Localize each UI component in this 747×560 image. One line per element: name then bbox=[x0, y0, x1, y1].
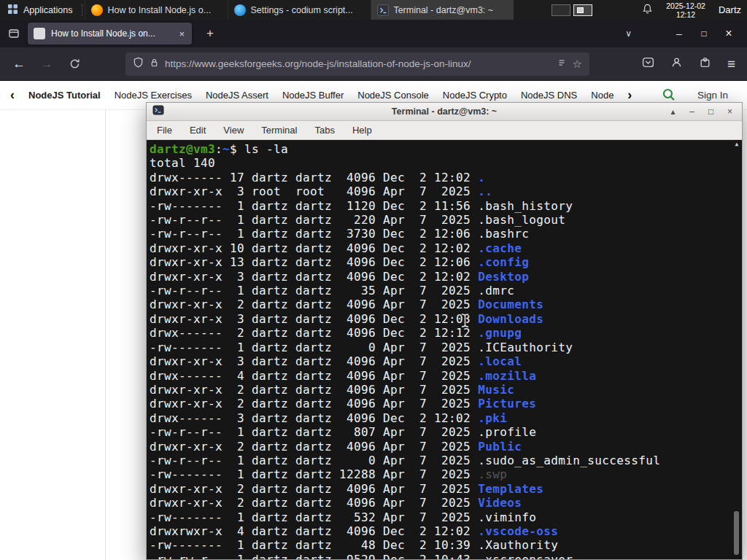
search-icon[interactable] bbox=[662, 88, 676, 104]
taskbar-label: How to Install Node.js o... bbox=[107, 5, 222, 15]
file-name: .local bbox=[478, 354, 522, 368]
terminal-line: drwx------ 3 dartz dartz 4096 Dec 2 12:0… bbox=[150, 411, 730, 425]
maximize-button[interactable]: □ bbox=[705, 104, 717, 120]
terminal-line: drwx------ 17 dartz dartz 4096 Dec 2 12:… bbox=[150, 171, 730, 184]
file-name: .. bbox=[478, 184, 492, 198]
list-all-tabs-button[interactable]: ∨ bbox=[625, 28, 632, 39]
terminal-line: -rw-r--r-- 1 dartz dartz 220 Apr 7 2025 … bbox=[150, 213, 730, 227]
terminal-window-title: Terminal - dartz@vm3: ~ bbox=[392, 106, 497, 117]
file-attributes: drwx------ 2 dartz dartz 4096 Dec 2 12:1… bbox=[150, 326, 478, 340]
window-controls: ∨ – □ × bbox=[625, 27, 741, 40]
file-name: . bbox=[478, 171, 485, 184]
tab-close-button[interactable]: × bbox=[177, 28, 186, 39]
file-attributes: drwxr-xr-x 2 dartz dartz 4096 Apr 7 2025 bbox=[150, 440, 478, 454]
site-nav-item[interactable]: NodeJS Console bbox=[357, 90, 429, 101]
window-maximize-button[interactable]: □ bbox=[692, 28, 716, 39]
terminal-icon bbox=[377, 4, 389, 16]
sign-in-button[interactable]: Sign In bbox=[697, 90, 728, 101]
account-icon[interactable] bbox=[670, 56, 683, 71]
menu-terminal[interactable]: Terminal bbox=[261, 125, 297, 136]
file-name: .vscode-oss bbox=[478, 524, 558, 538]
menu-button[interactable]: ≡ bbox=[727, 56, 735, 72]
reload-button[interactable] bbox=[64, 54, 85, 74]
back-button[interactable]: ← bbox=[9, 54, 29, 74]
site-nav-item[interactable]: Node bbox=[591, 90, 614, 101]
file-name: .bash_history bbox=[478, 199, 573, 213]
terminal-line: drwxr-xr-x 13 dartz dartz 4096 Dec 2 12:… bbox=[150, 255, 730, 269]
forward-button[interactable]: → bbox=[36, 54, 57, 74]
workspace-2[interactable] bbox=[573, 4, 592, 16]
terminal-line: -rw------- 1 dartz dartz 0 Apr 7 2025 .I… bbox=[150, 341, 730, 354]
tracking-protection-shield-icon[interactable] bbox=[133, 57, 144, 71]
taskbar-button-firefox[interactable]: How to Install Node.js o... bbox=[85, 0, 228, 20]
minimize-button[interactable]: – bbox=[686, 104, 698, 120]
terminal-output[interactable]: dartz@vm3:~$ ls -la total 140 drwx------… bbox=[147, 140, 742, 559]
site-nav-item[interactable]: NodeJS Assert bbox=[206, 90, 268, 101]
workspace-switcher[interactable] bbox=[551, 4, 592, 16]
browser-tab[interactable]: How to Install Node.js on... × bbox=[28, 23, 192, 44]
new-tab-button[interactable]: + bbox=[201, 26, 220, 41]
site-nav-item[interactable]: NodeJS Tutorial bbox=[28, 90, 101, 101]
file-attributes: drwxrwxr-x 4 dartz dartz 4096 Dec 2 12:0… bbox=[150, 524, 478, 538]
terminal-menubar: File Edit View Terminal Tabs Help bbox=[147, 121, 742, 140]
site-nav-item[interactable]: NodeJS DNS bbox=[521, 90, 577, 101]
terminal-line: drwxr-xr-x 3 dartz dartz 4096 Dec 2 12:0… bbox=[150, 312, 730, 326]
notification-bell-icon[interactable] bbox=[642, 3, 653, 17]
terminal-prompt-line: dartz@vm3:~$ ls -la bbox=[150, 142, 730, 156]
close-button[interactable]: × bbox=[724, 104, 736, 120]
menu-edit[interactable]: Edit bbox=[190, 125, 206, 136]
file-name: Videos bbox=[478, 496, 522, 510]
applications-menu-button[interactable]: Applications bbox=[0, 0, 80, 20]
terminal-titlebar[interactable]: Terminal - dartz@vm3: ~ ▴ – □ × bbox=[147, 103, 742, 121]
taskbar-button-terminal[interactable]: Terminal - dartz@vm3: ~ bbox=[371, 0, 514, 20]
lock-icon[interactable] bbox=[150, 58, 159, 71]
taskbar-button-codium[interactable]: Settings - codium script... bbox=[228, 0, 371, 20]
file-name: .bash_logout bbox=[478, 213, 565, 227]
firefox-icon bbox=[91, 4, 103, 16]
file-name: .mozilla bbox=[478, 369, 536, 383]
file-name: Pictures bbox=[478, 397, 536, 411]
window-close-button[interactable]: × bbox=[716, 27, 741, 40]
directory-listing: drwx------ 17 dartz dartz 4096 Dec 2 12:… bbox=[150, 171, 730, 559]
firefox-view-icon[interactable] bbox=[6, 26, 22, 42]
site-nav-scroll-right[interactable]: › bbox=[627, 88, 632, 103]
menu-view[interactable]: View bbox=[223, 125, 244, 136]
bookmark-star-icon[interactable]: ☆ bbox=[573, 58, 582, 71]
menu-help[interactable]: Help bbox=[352, 125, 372, 136]
shade-button[interactable]: ▴ bbox=[667, 104, 679, 120]
taskbar-label: Settings - codium script... bbox=[250, 5, 365, 15]
site-nav-item[interactable]: NodeJS Crypto bbox=[443, 90, 507, 101]
terminal-line: -rw-r--r-- 1 dartz dartz 807 Apr 7 2025 … bbox=[150, 425, 730, 439]
pocket-icon[interactable] bbox=[642, 56, 654, 71]
site-nav-scroll-left[interactable]: ‹ bbox=[10, 88, 15, 103]
scrollbar-thumb[interactable] bbox=[734, 511, 739, 555]
menu-file[interactable]: File bbox=[157, 125, 172, 136]
file-name: Documents bbox=[478, 298, 543, 311]
prompt-colon: : bbox=[215, 142, 222, 156]
clock[interactable]: 2025-12-02 12:12 bbox=[666, 1, 705, 19]
menu-tabs[interactable]: Tabs bbox=[314, 125, 334, 136]
terminal-scrollbar[interactable]: ▲ bbox=[732, 141, 741, 559]
url-bar[interactable]: ☆ bbox=[125, 52, 589, 76]
panel-separator bbox=[82, 4, 82, 16]
extensions-icon[interactable] bbox=[699, 56, 711, 71]
prompt-command: ls -la bbox=[244, 142, 288, 156]
file-attributes: -rw-r--r-- 1 dartz dartz 3730 Dec 2 12:0… bbox=[150, 227, 478, 241]
scroll-up-arrow[interactable]: ▲ bbox=[735, 141, 738, 148]
sidebar-divider bbox=[105, 110, 106, 560]
site-nav-item[interactable]: NodeJS Exercises bbox=[115, 90, 192, 101]
window-minimize-button[interactable]: – bbox=[667, 28, 692, 39]
reader-mode-icon[interactable] bbox=[557, 58, 567, 71]
file-attributes: -rw------- 1 dartz dartz 48 Dec 2 10:39 bbox=[150, 538, 478, 552]
file-attributes: drwxr-xr-x 2 dartz dartz 4096 Apr 7 2025 bbox=[150, 482, 478, 496]
workspace-1[interactable] bbox=[551, 4, 570, 16]
site-nav-item[interactable]: NodeJS Buffer bbox=[282, 90, 344, 101]
terminal-window: Terminal - dartz@vm3: ~ ▴ – □ × File Edi… bbox=[146, 102, 743, 560]
toolbar-actions: ≡ bbox=[642, 56, 738, 72]
file-attributes: drwxr-xr-x 2 dartz dartz 4096 Apr 7 2025 bbox=[150, 298, 478, 311]
url-input[interactable] bbox=[165, 58, 551, 69]
terminal-line: drwx------ 4 dartz dartz 4096 Apr 7 2025… bbox=[150, 369, 730, 383]
prompt-symbol: $ bbox=[230, 142, 237, 156]
file-name: Downloads bbox=[478, 312, 543, 326]
terminal-window-buttons: ▴ – □ × bbox=[667, 104, 736, 120]
